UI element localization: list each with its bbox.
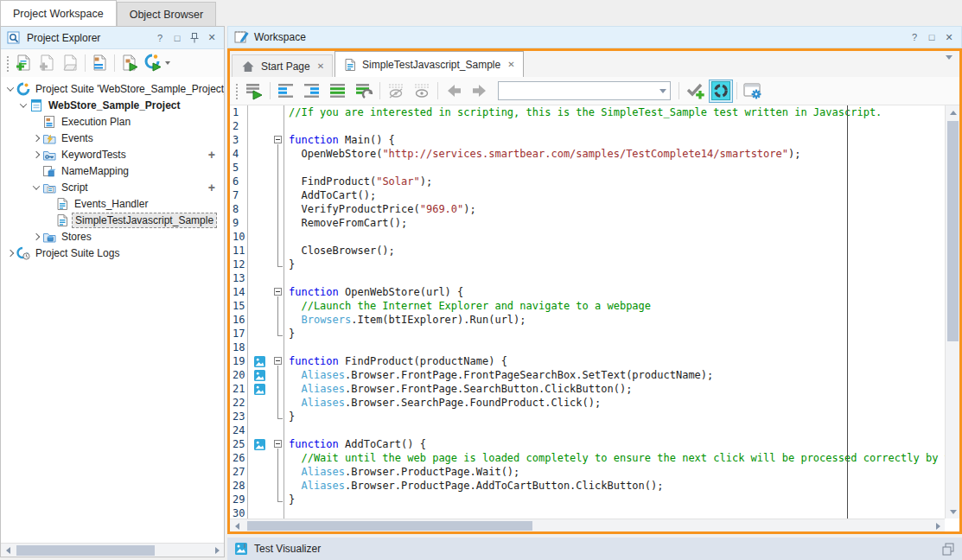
tree-item-events-handler[interactable]: Events_Handler — [1, 195, 224, 212]
code-line[interactable]: 19function FindProduct(productName) { — [230, 354, 945, 368]
code-line[interactable]: 23} — [230, 410, 945, 423]
close-tab-icon[interactable]: ✕ — [317, 61, 324, 71]
code-line[interactable]: 17} — [230, 327, 945, 340]
run-current-routine-button[interactable] — [242, 80, 266, 103]
dropdown-caret-icon[interactable] — [165, 61, 170, 65]
maximize-icon[interactable]: □ — [170, 31, 184, 45]
scroll-right-icon[interactable] — [210, 544, 224, 557]
chevron-right-icon[interactable] — [32, 232, 39, 239]
tree-item-webstore-sample-project[interactable]: WebStore_Sample_Project — [1, 97, 224, 113]
code-line[interactable]: 20 Aliases.Browser.FrontPage.FrontPageSe… — [230, 368, 945, 382]
help-icon[interactable]: ? — [908, 30, 921, 44]
doc-tab-simpletestjavascript-sample[interactable]: SimpleTestJavascript_Sample✕ — [334, 51, 523, 77]
code-editor[interactable]: 1//If you are interested in scripting, t… — [230, 105, 959, 519]
editor-search-combobox[interactable] — [498, 81, 671, 100]
close-icon[interactable]: ✕ — [205, 31, 219, 45]
expander[interactable] — [30, 152, 41, 157]
code-line[interactable]: 10 — [230, 230, 945, 244]
code-line[interactable]: 24 — [230, 423, 945, 437]
code-line[interactable]: 4 OpenWebStore("http://services.smartbea… — [230, 147, 945, 161]
main-tab-project-workspace[interactable]: Project Workspace — [0, 0, 117, 26]
test-visualizer-bar[interactable]: Test Visualizer — [227, 538, 962, 560]
add-item-plus-button[interactable]: + — [208, 181, 215, 194]
scrollbar-thumb[interactable] — [947, 121, 959, 341]
tree-item-label[interactable]: WebStore_Sample_Project — [46, 99, 183, 112]
chevron-right-icon[interactable] — [32, 134, 39, 141]
tree-item-events[interactable]: Events — [1, 130, 224, 146]
scroll-up-icon[interactable] — [946, 105, 959, 119]
undo-format-button[interactable] — [352, 80, 376, 103]
expander[interactable] — [30, 136, 41, 141]
code-line[interactable]: 3function Main() { — [230, 133, 945, 147]
tree-item-simpletestjavascript-sample[interactable]: SimpleTestJavascript_Sample — [1, 212, 224, 228]
tree-item-execution-plan[interactable]: Execution Plan — [1, 113, 224, 130]
chevron-right-icon[interactable] — [6, 249, 13, 256]
code-line[interactable]: 6 FindProduct("Solar"); — [230, 175, 945, 188]
tab-list-dropdown-icon[interactable] — [946, 60, 952, 72]
code-line[interactable]: 8 VerifyProductPrice("969.0"); — [230, 202, 945, 216]
expander[interactable] — [4, 251, 16, 256]
tree-item-label[interactable]: Project Suite Logs — [33, 246, 122, 260]
doc-tab-start-page[interactable]: Start Page✕ — [232, 54, 333, 77]
expander[interactable] — [30, 185, 41, 190]
code-line[interactable]: 27 Aliases.Browser.ProductPage.Wait(); — [230, 465, 945, 479]
code-line[interactable]: 2 — [230, 119, 945, 133]
tree-item-label[interactable]: KeywordTests — [59, 148, 129, 162]
pin-icon[interactable] — [188, 31, 201, 45]
editor-search-input[interactable] — [499, 83, 653, 99]
expander[interactable] — [17, 103, 29, 108]
add-new-project-button[interactable] — [12, 52, 35, 74]
scroll-left-icon[interactable] — [1, 544, 15, 557]
code-line[interactable]: 12} — [230, 258, 945, 271]
tree-item-stores[interactable]: Stores — [1, 228, 224, 245]
scroll-down-icon[interactable] — [946, 505, 959, 519]
fold-margin[interactable] — [271, 133, 284, 147]
tree-item-script[interactable]: Script+ — [1, 179, 224, 195]
expander[interactable] — [30, 234, 41, 239]
tree-item-namemapping[interactable]: NameMapping — [1, 162, 224, 179]
code-line[interactable]: 11 CloseBrowser(); — [230, 244, 945, 258]
tree-item-label[interactable]: Events_Handler — [72, 197, 150, 211]
tree-item-label[interactable]: NameMapping — [59, 164, 131, 178]
scrollbar-thumb[interactable] — [247, 521, 532, 531]
help-icon[interactable]: ? — [153, 31, 167, 45]
visualizer-gutter[interactable] — [248, 437, 271, 451]
add-checkpoint-button[interactable] — [683, 80, 707, 103]
fold-margin[interactable] — [271, 354, 284, 368]
scrollbar-thumb[interactable] — [16, 545, 155, 556]
fold-collapse-icon[interactable] — [274, 357, 282, 365]
code-line[interactable]: 16 Browsers.Item(btIExplorer).Run(url); — [230, 313, 945, 327]
format-code-button[interactable] — [326, 80, 350, 103]
add-item-plus-button[interactable]: + — [208, 148, 215, 162]
record-indicator-button[interactable] — [709, 80, 733, 103]
fold-margin[interactable] — [271, 285, 284, 299]
organize-execution-plan-button[interactable] — [88, 52, 111, 74]
tree-item-label[interactable]: SimpleTestJavascript_Sample — [72, 213, 217, 228]
align-left-button[interactable] — [274, 80, 298, 103]
visualizer-gutter[interactable] — [248, 382, 271, 396]
code-line[interactable]: 28 Aliases.Browser.ProductPage.AddToCart… — [230, 479, 945, 493]
code-line[interactable]: 18 — [230, 340, 945, 354]
project-explorer-hscrollbar[interactable] — [1, 543, 224, 557]
code-line[interactable]: 9 RemoveFromCart(); — [230, 216, 945, 230]
code-line[interactable]: 25function AddToCart() { — [230, 437, 945, 451]
code-line[interactable]: 21 Aliases.Browser.FrontPage.SearchButto… — [230, 382, 945, 396]
code-line[interactable]: 30 — [230, 506, 945, 519]
tree-item-label[interactable]: Script — [59, 181, 91, 194]
expander[interactable] — [4, 86, 16, 92]
editor-settings-button[interactable] — [741, 80, 765, 103]
tree-item-project-suite-logs[interactable]: Project Suite Logs — [1, 245, 224, 261]
visualizer-gutter[interactable] — [248, 354, 271, 368]
visualizer-gutter[interactable] — [248, 368, 271, 382]
chevron-down-icon[interactable] — [19, 100, 26, 107]
chevron-right-icon[interactable] — [32, 150, 39, 157]
code-line[interactable]: 1//If you are interested in scripting, t… — [230, 105, 945, 119]
fold-collapse-icon[interactable] — [274, 136, 282, 143]
tree-item-label[interactable]: Stores — [59, 230, 94, 244]
fold-margin[interactable] — [271, 437, 284, 451]
code-line[interactable]: 7 AddToCart(); — [230, 188, 945, 202]
tree-item-label[interactable]: Execution Plan — [59, 115, 133, 129]
close-icon[interactable]: ✕ — [942, 30, 956, 44]
tree-item-label[interactable]: Events — [59, 131, 96, 145]
run-project-suite-button[interactable] — [141, 52, 172, 74]
